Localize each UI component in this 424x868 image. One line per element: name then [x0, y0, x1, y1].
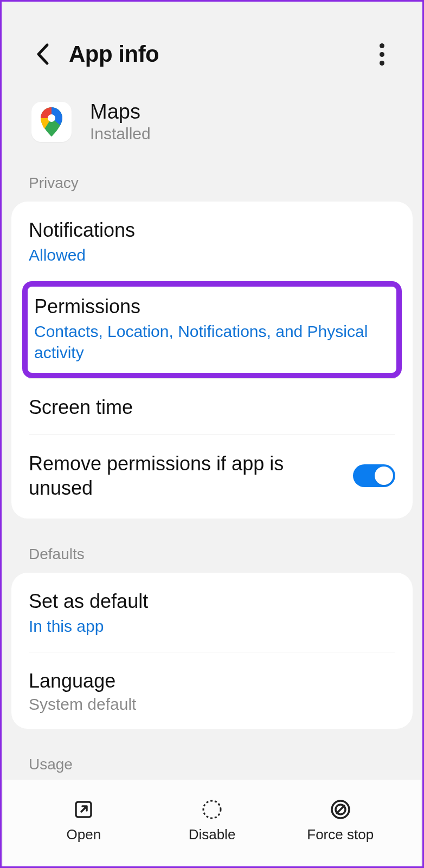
open-icon [72, 798, 95, 821]
app-install-status: Installed [90, 125, 151, 143]
app-name: Maps [90, 100, 151, 124]
force-stop-label: Force stop [307, 826, 374, 843]
defaults-card: Set as default In this app Language Syst… [11, 573, 413, 729]
language-item[interactable]: Language System default [11, 652, 413, 729]
remove-permissions-item[interactable]: Remove permissions if app is unused [11, 435, 413, 519]
notifications-title: Notifications [29, 218, 395, 242]
disable-icon [201, 798, 223, 821]
svg-point-1 [203, 801, 221, 818]
app-icon [31, 102, 72, 142]
set-as-default-title: Set as default [29, 589, 395, 613]
notifications-item[interactable]: Notifications Allowed [11, 202, 413, 281]
disable-label: Disable [189, 826, 236, 843]
svg-point-0 [48, 114, 55, 122]
section-label-defaults: Defaults [2, 536, 422, 573]
force-stop-button[interactable]: Force stop [276, 798, 404, 843]
permissions-item[interactable]: Permissions Contacts, Location, Notifica… [22, 281, 402, 378]
chevron-left-icon [35, 43, 49, 66]
google-maps-icon [41, 107, 62, 137]
disable-button[interactable]: Disable [148, 798, 277, 843]
open-label: Open [67, 826, 101, 843]
language-value: System default [29, 695, 395, 714]
header-bar: App info [2, 2, 422, 89]
permissions-value: Contacts, Location, Notifications, and P… [34, 321, 390, 363]
remove-permissions-title: Remove permissions if app is unused [29, 451, 353, 500]
screen-time-title: Screen time [29, 395, 395, 419]
screen-time-item[interactable]: Screen time [11, 379, 413, 435]
privacy-card: Notifications Allowed Permissions Contac… [11, 202, 413, 519]
notifications-value: Allowed [29, 244, 395, 265]
toggle-knob [375, 467, 393, 485]
set-as-default-item[interactable]: Set as default In this app [11, 573, 413, 652]
permissions-title: Permissions [34, 294, 390, 319]
language-title: Language [29, 669, 395, 693]
section-label-privacy: Privacy [2, 165, 422, 202]
force-stop-icon [329, 798, 352, 821]
section-label-usage: Usage [2, 746, 422, 783]
more-options-button[interactable] [368, 41, 395, 68]
page-title: App info [69, 41, 159, 67]
remove-permissions-toggle[interactable] [353, 464, 395, 487]
open-button[interactable]: Open [20, 798, 148, 843]
app-header: Maps Installed [2, 89, 422, 165]
back-button[interactable] [29, 41, 56, 68]
bottom-action-bar: Open Disable Force stop [3, 780, 421, 866]
more-vert-icon [380, 43, 384, 48]
set-as-default-value: In this app [29, 616, 395, 637]
